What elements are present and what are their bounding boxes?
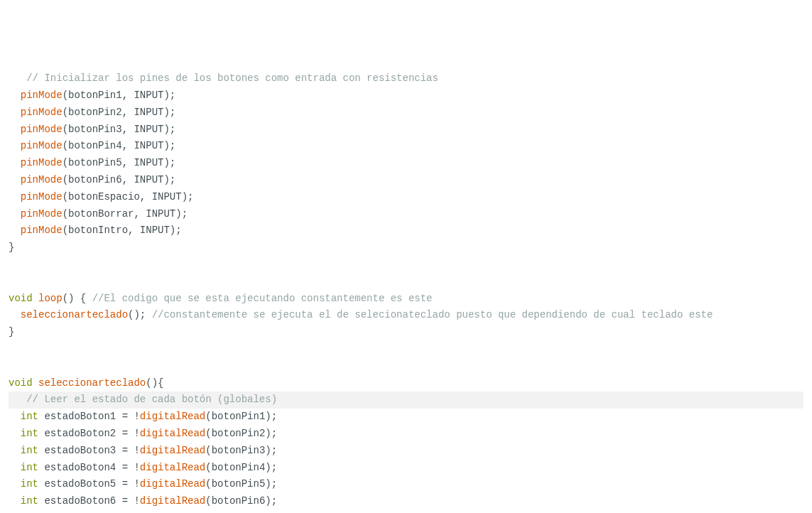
code-text: estadoBoton1 = ! bbox=[38, 411, 140, 422]
function-call: digitalRead bbox=[140, 462, 205, 473]
brace: } bbox=[9, 242, 14, 253]
code-line: pinMode(botonPin5, INPUT); bbox=[9, 157, 175, 168]
function-call: pinMode bbox=[21, 191, 63, 202]
code-line: } bbox=[9, 326, 14, 338]
function-call: digitalRead bbox=[140, 411, 205, 422]
code-line: // Inicializar los pines de los botones … bbox=[9, 72, 438, 84]
function-def: seleccionarteclado bbox=[33, 377, 146, 389]
code-text: (){ bbox=[146, 377, 163, 389]
brace: } bbox=[9, 326, 14, 338]
function-call: pinMode bbox=[21, 157, 63, 168]
code-text: estadoBoton3 = ! bbox=[38, 445, 140, 456]
code-line: seleccionarteclado(); //constantemente s… bbox=[9, 309, 713, 320]
code-line: pinMode(botonPin6, INPUT); bbox=[9, 174, 175, 185]
function-call: pinMode bbox=[21, 208, 63, 220]
keyword: int bbox=[21, 445, 38, 456]
code-line: int estadoBoton1 = !digitalRead(botonPin… bbox=[9, 411, 277, 422]
code-line: void seleccionarteclado(){ bbox=[9, 377, 163, 389]
keyword: void bbox=[9, 377, 33, 389]
code-text: (botonIntro, INPUT); bbox=[63, 225, 182, 236]
code-text: () { bbox=[63, 293, 92, 304]
function-call: digitalRead bbox=[140, 428, 205, 439]
code-line: pinMode(botonPin4, INPUT); bbox=[9, 140, 175, 151]
code-line: int estadoBoton5 = !digitalRead(botonPin… bbox=[9, 478, 277, 490]
code-text: estadoBoton4 = ! bbox=[38, 462, 140, 473]
keyword: int bbox=[21, 428, 38, 439]
function-call: digitalRead bbox=[140, 495, 205, 507]
code-line: pinMode(botonPin3, INPUT); bbox=[9, 124, 175, 135]
code-line: void loop() { //El codigo que se esta ej… bbox=[9, 293, 433, 304]
code-text: (botonPin2); bbox=[205, 428, 277, 439]
comment: // Leer el estado de cada botón (globale… bbox=[26, 394, 277, 405]
code-text: (botonPin3); bbox=[205, 445, 277, 456]
code-text: (botonPin4, INPUT); bbox=[63, 140, 176, 151]
function-call: digitalRead bbox=[140, 478, 205, 490]
comment: //El codigo que se esta ejecutando const… bbox=[92, 293, 433, 304]
code-text: estadoBoton2 = ! bbox=[38, 428, 140, 439]
code-line: pinMode(botonPin2, INPUT); bbox=[9, 107, 175, 118]
function-call: pinMode bbox=[21, 140, 63, 151]
code-text: estadoBoton6 = ! bbox=[38, 495, 140, 507]
keyword: void bbox=[9, 293, 33, 304]
function-call: pinMode bbox=[21, 225, 63, 236]
function-call: pinMode bbox=[21, 90, 63, 101]
code-line: pinMode(botonBorrar, INPUT); bbox=[9, 208, 188, 220]
keyword: int bbox=[21, 478, 38, 490]
code-text: (botonPin4); bbox=[205, 462, 277, 473]
code-line: } bbox=[9, 242, 14, 253]
function-call: pinMode bbox=[21, 174, 63, 185]
code-editor[interactable]: // Inicializar los pines de los botones … bbox=[0, 68, 812, 513]
code-line: int estadoBoton3 = !digitalRead(botonPin… bbox=[9, 445, 277, 456]
code-text: (); bbox=[128, 309, 152, 320]
code-text: (botonPin1); bbox=[205, 411, 277, 422]
code-line: int estadoBoton2 = !digitalRead(botonPin… bbox=[9, 428, 277, 439]
keyword: int bbox=[21, 495, 38, 507]
code-line: int estadoBoton4 = !digitalRead(botonPin… bbox=[9, 462, 277, 473]
function-call: pinMode bbox=[21, 124, 63, 135]
keyword: int bbox=[21, 411, 38, 422]
code-text: (botonPin2, INPUT); bbox=[63, 107, 176, 118]
code-line: pinMode(botonPin1, INPUT); bbox=[9, 90, 175, 101]
code-text: (botonPin1, INPUT); bbox=[63, 90, 176, 101]
code-line: pinMode(botonIntro, INPUT); bbox=[9, 225, 182, 236]
function-call: digitalRead bbox=[140, 445, 205, 456]
code-text: (botonEspacio, INPUT); bbox=[63, 191, 194, 202]
comment: //constantemente se ejecuta el de seleci… bbox=[152, 309, 713, 320]
code-text: (botonPin5, INPUT); bbox=[63, 157, 176, 168]
code-text: (botonPin3, INPUT); bbox=[63, 124, 176, 135]
comment: // Inicializar los pines de los botones … bbox=[26, 72, 438, 84]
function-call: pinMode bbox=[21, 107, 63, 118]
function-call: seleccionarteclado bbox=[21, 309, 128, 320]
code-text: (botonPin6, INPUT); bbox=[63, 174, 176, 185]
function-def: loop bbox=[33, 293, 63, 304]
code-line: pinMode(botonEspacio, INPUT); bbox=[9, 191, 193, 202]
code-text: (botonPin5); bbox=[205, 478, 277, 490]
code-text: estadoBoton5 = ! bbox=[38, 478, 140, 490]
code-text: (botonPin6); bbox=[205, 495, 277, 507]
keyword: int bbox=[21, 462, 38, 473]
code-text: (botonBorrar, INPUT); bbox=[63, 208, 188, 220]
highlighted-line: // Leer el estado de cada botón (globale… bbox=[9, 392, 803, 409]
code-line: int estadoBoton6 = !digitalRead(botonPin… bbox=[9, 495, 277, 507]
